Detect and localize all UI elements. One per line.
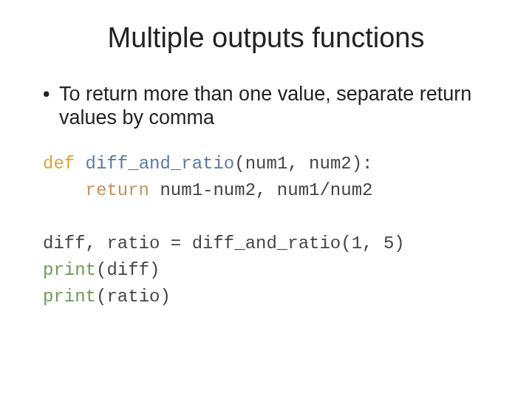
- code-line-print1: print(diff): [43, 257, 502, 284]
- code-text: (num1, num2):: [234, 154, 372, 174]
- code-text: (ratio): [96, 287, 171, 307]
- code-text: num1-num2, num1/num2: [149, 180, 372, 200]
- function-name: diff_and_ratio: [75, 154, 234, 174]
- slide-title: Multiple outputs functions: [30, 22, 502, 54]
- code-line-print2: print(ratio): [43, 284, 502, 310]
- bullet-item: To return more than one value, separate …: [43, 82, 502, 130]
- keyword-def: def: [43, 154, 75, 174]
- keyword-return: return: [86, 180, 149, 200]
- blank-line: [43, 204, 502, 231]
- code-indent: [43, 180, 86, 200]
- bullet-list: To return more than one value, separate …: [30, 82, 502, 130]
- code-line-call: diff, ratio = diff_and_ratio(1, 5): [43, 231, 502, 257]
- function-print: print: [43, 260, 96, 280]
- code-block: def diff_and_ratio(num1, num2): return n…: [30, 151, 502, 310]
- code-line-return: return num1-num2, num1/num2: [43, 177, 502, 204]
- code-text: (diff): [96, 260, 160, 280]
- slide: Multiple outputs functions To return mor…: [0, 0, 532, 332]
- function-print: print: [43, 287, 96, 307]
- code-line-def: def diff_and_ratio(num1, num2):: [43, 151, 502, 177]
